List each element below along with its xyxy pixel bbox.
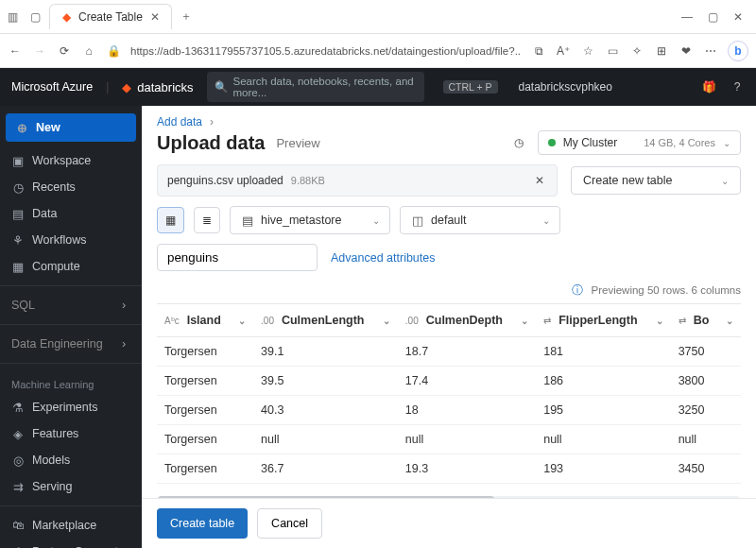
databricks-logo-icon: ◆ — [122, 80, 131, 94]
table-row: Torgersen36.719.31933450 — [157, 454, 741, 484]
create-table-button[interactable]: Create table — [157, 508, 248, 539]
databricks-brand[interactable]: ◆ databricks — [122, 80, 193, 94]
table-cell: 186 — [536, 367, 670, 396]
column-header[interactable]: AᵇcIsland⌄ — [157, 304, 253, 337]
data-table[interactable]: AᵇcIsland⌄.00CulmenLength⌄.00CulmenDepth… — [157, 303, 741, 492]
bing-icon[interactable]: b — [728, 41, 748, 61]
table-cell: Torgersen — [157, 425, 253, 454]
schema-select[interactable]: ◫default ⌄ — [400, 206, 560, 234]
workspaces-icon[interactable]: ▥ — [6, 10, 19, 24]
more-icon[interactable]: ⋯ — [703, 43, 718, 59]
sidebar-item-models[interactable]: ◎Models — [0, 447, 142, 473]
new-button[interactable]: ⊕ New — [6, 113, 136, 142]
table-cell: 181 — [536, 337, 670, 367]
search-icon: 🔍 — [215, 80, 228, 94]
status-dot-icon — [548, 139, 556, 146]
table-cell: 3750 — [671, 337, 741, 367]
help-icon[interactable]: ? — [730, 79, 745, 94]
catalog-select[interactable]: ▤hive_metastore ⌄ — [230, 206, 390, 234]
reader-icon[interactable]: ⧉ — [531, 43, 546, 59]
workflows-icon: ⚘ — [11, 232, 25, 248]
favorite-icon[interactable]: ☆ — [580, 43, 595, 59]
sidebar: ⊕ New ▣Workspace ◷Recents ▤Data ⚘Workflo… — [0, 106, 142, 548]
table-cell: 18.7 — [398, 337, 536, 367]
sidebar-item-serving[interactable]: ⇉Serving — [0, 473, 142, 500]
tab-overview-icon[interactable]: ▢ — [28, 10, 42, 24]
address-bar: ← → ⟳ ⌂ 🔒 https://adb-1363117955737105.5… — [0, 34, 756, 68]
cluster-spec: 14 GB, 4 Cores — [644, 137, 715, 148]
column-header[interactable]: .00CulmenLength⌄ — [253, 304, 398, 337]
chevron-right-icon: › — [117, 336, 130, 351]
info-icon: ⓘ — [570, 283, 585, 298]
sidebar-section-de[interactable]: Data Engineering› — [0, 331, 142, 357]
sidebar-item-compute[interactable]: ▦Compute — [0, 253, 142, 280]
table-cell: 193 — [536, 454, 670, 484]
azure-brand[interactable]: Microsoft Azure — [11, 80, 93, 94]
url-text[interactable]: https://adb-1363117955737105.5.azuredata… — [130, 45, 522, 57]
sidebar-item-recents[interactable]: ◷Recents — [0, 174, 142, 200]
close-window-icon[interactable]: ✕ — [733, 10, 743, 24]
sidebar-item-partner[interactable]: ⬡Partner Connect — [0, 539, 142, 548]
close-tab-icon[interactable]: ✕ — [148, 10, 162, 24]
collections-icon[interactable]: ✧ — [629, 43, 644, 59]
gift-icon[interactable]: 🎁 — [701, 79, 716, 94]
maximize-icon[interactable]: ▢ — [708, 10, 718, 24]
back-icon[interactable]: ← — [8, 43, 23, 59]
home-icon[interactable]: ⌂ — [81, 43, 96, 59]
file-status-text: penguins.csv uploaded — [167, 174, 284, 187]
global-search[interactable]: 🔍 Search data, notebooks, recents, and m… — [207, 72, 424, 102]
sidebar-section-sql[interactable]: SQL› — [0, 292, 142, 318]
reading-list-icon[interactable]: ▭ — [605, 43, 620, 59]
table-cell: Torgersen — [157, 396, 253, 425]
table-cell: null — [536, 425, 670, 454]
serving-icon: ⇉ — [11, 479, 25, 494]
minimize-icon[interactable]: — — [681, 10, 693, 24]
sidebar-item-workflows[interactable]: ⚘Workflows — [0, 227, 142, 253]
table-name-input[interactable] — [157, 244, 318, 271]
performance-icon[interactable]: ❤ — [679, 43, 694, 59]
sidebar-section-ml-label: Machine Learning — [0, 369, 142, 394]
view-table-button[interactable]: ▦ — [157, 207, 184, 233]
cluster-selector[interactable]: My Cluster 14 GB, 4 Cores ⌄ — [538, 130, 741, 155]
page-subtitle: Preview — [276, 136, 319, 150]
plus-circle-icon: ⊕ — [15, 120, 28, 135]
models-icon: ◎ — [11, 453, 25, 468]
sidebar-item-experiments[interactable]: ⚗Experiments — [0, 394, 142, 420]
table-cell: null — [253, 425, 398, 454]
breadcrumb-link[interactable]: Add data — [157, 115, 202, 128]
create-option-select[interactable]: Create new table ⌄ — [571, 166, 741, 195]
clock-icon: ◷ — [11, 180, 25, 195]
preview-info-text: Previewing 50 rows. 6 columns — [591, 284, 741, 296]
search-shortcut: CTRL + P — [443, 80, 498, 94]
column-header[interactable]: .00CulmenDepth⌄ — [398, 304, 536, 337]
chevron-down-icon: ⌄ — [723, 138, 730, 148]
chevron-down-icon: ⌄ — [721, 176, 729, 186]
table-cell: 3650 — [671, 484, 741, 493]
sidebar-item-workspace[interactable]: ▣Workspace — [0, 147, 142, 174]
view-list-button[interactable]: ≣ — [194, 207, 220, 233]
column-header[interactable]: ⇄Bo⌄ — [671, 304, 741, 337]
tab-title: Create Table — [78, 10, 143, 24]
features-icon: ◈ — [11, 426, 25, 441]
extensions-icon[interactable]: ⊞ — [654, 43, 669, 59]
sidebar-item-marketplace[interactable]: 🛍Marketplace — [0, 512, 142, 539]
advanced-attributes-link[interactable]: Advanced attributes — [331, 251, 436, 265]
sidebar-item-features[interactable]: ◈Features — [0, 420, 142, 447]
clear-file-icon[interactable]: ✕ — [532, 173, 547, 188]
table-cell: Torgersen — [157, 337, 253, 367]
sidebar-item-data[interactable]: ▤Data — [0, 200, 142, 227]
main-content: Add data › Upload data Preview ◷ My Clus… — [142, 106, 756, 548]
text-size-icon[interactable]: A⁺ — [556, 43, 571, 59]
breadcrumb: Add data › — [142, 106, 756, 128]
cancel-button[interactable]: Cancel — [257, 508, 322, 539]
table-cell: 3450 — [671, 454, 741, 484]
browser-tab[interactable]: ◆ Create Table ✕ — [49, 4, 172, 29]
history-icon[interactable]: ◷ — [511, 135, 526, 150]
chevron-down-icon: ⌄ — [542, 215, 550, 226]
column-header[interactable]: ⇄FlipperLength⌄ — [536, 304, 670, 337]
refresh-icon[interactable]: ⟳ — [57, 43, 72, 59]
workspace-name[interactable]: databrickscvphkeo — [519, 80, 612, 94]
new-tab-icon[interactable]: ＋ — [180, 10, 193, 24]
table-cell: Torgersen — [157, 367, 253, 396]
market-icon: 🛍 — [11, 518, 25, 533]
